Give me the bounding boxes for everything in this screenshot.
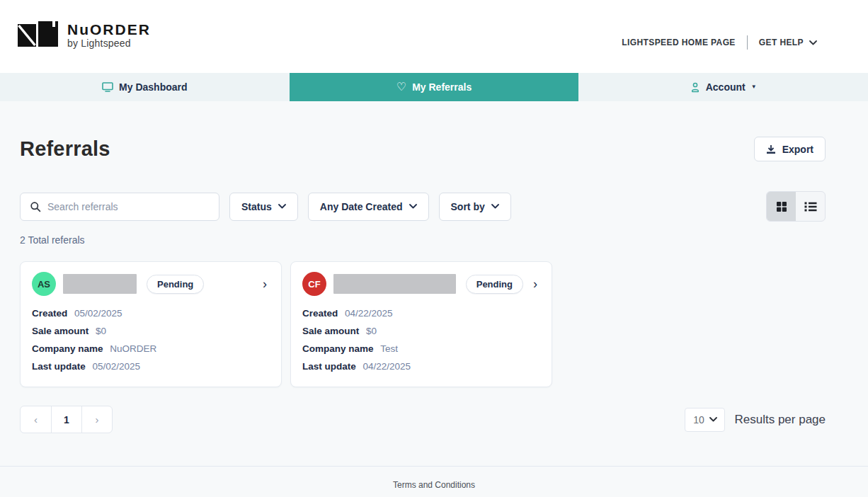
status-filter-button[interactable]: Status [229,193,298,221]
company-name-row: Company name Test [302,340,540,358]
created-row: Created 05/02/2025 [32,304,270,322]
chevron-right-icon[interactable]: › [260,278,270,290]
monitor-icon [102,82,113,92]
tab-my-dashboard[interactable]: My Dashboard [0,73,290,101]
last-update-value: 04/22/2025 [363,361,411,372]
last-update-label: Last update [32,361,86,372]
chevron-down-icon [491,204,499,209]
avatar: CF [302,272,326,296]
filter-row: Status Any Date Created Sort by [20,191,826,222]
header-links-divider [747,35,748,50]
status-badge: Pending [466,275,523,294]
export-button[interactable]: Export [754,137,826,161]
redacted-name [63,274,137,294]
sort-by-button[interactable]: Sort by [439,193,511,221]
date-created-filter-button[interactable]: Any Date Created [308,193,429,221]
next-page-button[interactable]: › [81,406,112,433]
card-header: AS Pending › [32,272,270,296]
company-name-label: Company name [32,343,103,354]
get-help-menu[interactable]: GET HELP [759,38,817,47]
page-title: Referrals [20,137,110,161]
last-update-value: 05/02/2025 [93,361,141,372]
sale-amount-value: $0 [366,326,377,336]
redacted-name [333,274,456,294]
company-name-label: Company name [302,343,374,354]
logo-text: NuORDER by Lightspeed [67,22,151,49]
caret-down-icon: ▼ [751,84,757,90]
sort-by-label: Sort by [451,201,485,212]
referral-card[interactable]: CF Pending › Created 04/22/2025 Sale amo… [290,261,552,387]
referral-card[interactable]: AS Pending › Created 05/02/2025 Sale amo… [20,261,282,387]
person-icon [690,82,700,93]
page-number[interactable]: 1 [51,406,81,433]
main-nav: My Dashboard ♡ My Referrals Account ▼ [0,73,868,101]
sale-amount-label: Sale amount [32,326,88,336]
last-update-row: Last update 05/02/2025 [32,358,270,375]
last-update-row: Last update 04/22/2025 [302,358,540,375]
chevron-right-icon[interactable]: › [530,278,540,290]
nuorder-logo-icon [18,21,59,50]
previous-page-button[interactable]: ‹ [21,406,51,433]
card-header: CF Pending › [302,272,540,296]
list-view-button[interactable] [796,192,825,221]
status-badge: Pending [147,275,204,294]
sale-amount-value: $0 [96,326,106,336]
tab-label: Account [706,81,746,93]
tab-label: My Dashboard [119,81,187,93]
company-name-value: NuORDER [110,343,156,354]
referrals-page: Referrals Export Status Any Date Created [0,101,868,491]
company-name-value: Test [380,343,398,354]
brand-tagline: by Lightspeed [67,38,151,49]
chevron-down-icon [278,204,286,209]
grid-view-button[interactable] [767,192,796,221]
chevron-down-icon [709,417,717,422]
grid-view-icon [776,201,787,212]
sale-amount-row: Sale amount $0 [32,322,270,340]
search-input[interactable] [47,201,210,212]
list-view-icon [804,202,817,212]
search-box [20,193,219,221]
created-label: Created [32,308,67,319]
pagination-row: ‹ 1 › 10 Results per page [20,406,826,433]
created-value: 05/02/2025 [74,308,122,319]
company-name-row: Company name NuORDER [32,340,270,358]
created-row: Created 04/22/2025 [302,304,540,322]
tab-my-referrals[interactable]: ♡ My Referrals [290,73,579,101]
view-mode-toggle [766,191,826,222]
referral-cards: AS Pending › Created 05/02/2025 Sale amo… [20,261,826,387]
status-filter-label: Status [241,201,272,212]
results-per-page-value: 10 [693,414,704,425]
get-help-label: GET HELP [759,38,804,47]
nuorder-logo[interactable]: NuORDER by Lightspeed [18,21,151,50]
app-header: NuORDER by Lightspeed LIGHTSPEED HOME PA… [0,0,868,73]
total-referrals-count: 2 Total referals [20,234,826,246]
chevron-down-icon [809,40,817,45]
terms-and-conditions-link[interactable]: Terms and Conditions [393,480,475,490]
search-icon [30,201,41,212]
results-per-page: 10 Results per page [685,408,826,432]
tab-account[interactable]: Account ▼ [578,73,868,101]
tab-label: My Referrals [412,81,472,93]
results-per-page-select[interactable]: 10 [685,408,725,432]
sale-amount-row: Sale amount $0 [302,322,540,340]
avatar: AS [32,272,56,296]
results-per-page-label: Results per page [734,413,826,427]
sale-amount-label: Sale amount [302,326,359,336]
pagination: ‹ 1 › [20,406,113,433]
download-icon [766,144,776,154]
date-created-filter-label: Any Date Created [320,201,403,212]
header-links: LIGHTSPEED HOME PAGE GET HELP [622,35,817,50]
page-footer: Terms and Conditions [0,466,868,491]
lightspeed-home-link[interactable]: LIGHTSPEED HOME PAGE [622,38,735,47]
created-label: Created [302,308,338,319]
created-value: 04/22/2025 [345,308,393,319]
last-update-label: Last update [302,361,356,372]
title-row: Referrals Export [20,137,826,161]
brand-name: NuORDER [67,22,151,38]
export-label: Export [782,144,813,155]
heart-icon: ♡ [396,81,406,93]
chevron-down-icon [409,204,417,209]
